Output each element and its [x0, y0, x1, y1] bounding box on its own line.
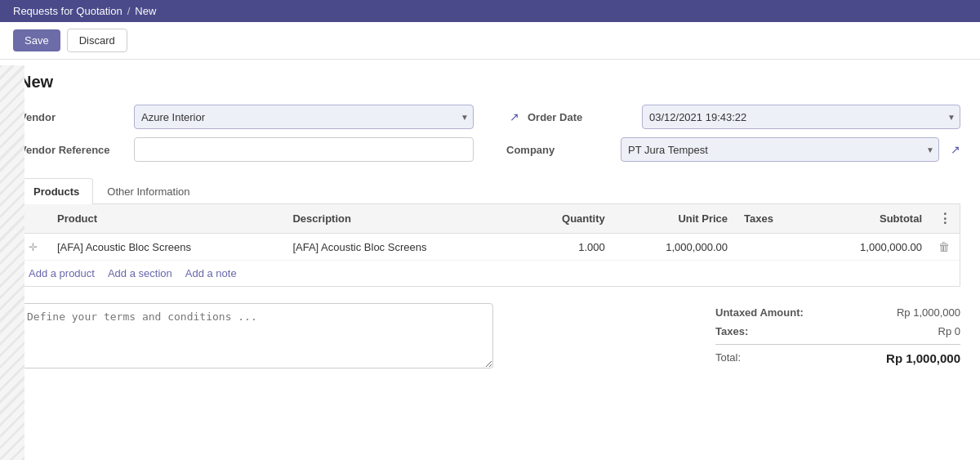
untaxed-amount-row: Untaxed Amount: Rp 1,000,000 [715, 303, 960, 322]
discard-button[interactable]: Discard [67, 29, 127, 52]
main-content: New Vendor Azure Interior ▼ ↗ Order Date… [0, 60, 980, 382]
row-taxes[interactable] [736, 234, 808, 261]
untaxed-amount-label: Untaxed Amount: [715, 306, 804, 319]
order-date-select[interactable]: 03/12/2021 19:43:22 [642, 105, 960, 129]
breadcrumb-root[interactable]: Requests for Quotation [13, 5, 122, 17]
col-options-header[interactable]: ⋮ [930, 204, 960, 234]
add-product-link[interactable]: Add a product [29, 267, 95, 279]
vendor-select[interactable]: Azure Interior [134, 105, 474, 129]
tab-other-information[interactable]: Other Information [93, 178, 203, 204]
order-date-select-wrapper: 03/12/2021 19:43:22 ▼ [642, 105, 960, 129]
vendor-select-wrapper: Azure Interior ▼ [134, 105, 474, 129]
action-bar: Save Discard [0, 22, 980, 60]
total-row: Total: Rp 1,000,000 [715, 348, 960, 368]
company-select-wrapper: PT Jura Tempest ▼ [621, 137, 939, 162]
tab-products[interactable]: Products [20, 178, 93, 204]
taxes-row: Taxes: Rp 0 [715, 322, 960, 341]
row-drag-handle[interactable]: ✛ [20, 234, 49, 261]
top-bar: Requests for Quotation / New [0, 0, 980, 22]
untaxed-amount-value: Rp 1,000,000 [862, 306, 960, 319]
col-quantity-header: Quantity [520, 204, 613, 234]
order-date-label: Order Date [528, 111, 634, 123]
form-fields: Vendor Azure Interior ▼ ↗ Order Date 03/… [20, 105, 960, 162]
add-section-link[interactable]: Add a section [108, 267, 172, 279]
products-table-section: Product Description Quantity Unit Price … [20, 204, 960, 287]
total-label: Total: [715, 351, 741, 365]
row-description[interactable]: [AFA] Acoustic Bloc Screens [284, 234, 519, 261]
row-subtotal: 1,000,000.00 [808, 234, 930, 261]
order-date-link-icon[interactable]: ↗ [510, 110, 519, 123]
breadcrumb-current: New [135, 5, 156, 17]
vendor-ref-group: Vendor Reference [20, 137, 474, 162]
vendor-ref-label: Vendor Reference [20, 144, 126, 156]
col-description-header: Description [284, 204, 519, 234]
company-group: Company PT Jura Tempest ▼ ↗ [506, 137, 960, 162]
row-delete[interactable]: 🗑 [930, 234, 960, 261]
col-subtotal-header: Subtotal [808, 204, 930, 234]
company-label: Company [506, 144, 612, 156]
save-button[interactable]: Save [13, 29, 60, 51]
table-row: ✛ [AFA] Acoustic Bloc Screens [AFA] Acou… [20, 234, 960, 261]
total-value: Rp 1,000,000 [886, 351, 960, 365]
col-product-header: Product [49, 204, 284, 234]
totals-divider [715, 344, 960, 345]
vendor-group: Vendor Azure Interior ▼ [20, 105, 474, 129]
totals: Untaxed Amount: Rp 1,000,000 Taxes: Rp 0… [715, 303, 960, 368]
table-header-row: Product Description Quantity Unit Price … [20, 204, 960, 234]
add-links: Add a product Add a section Add a note [20, 261, 960, 286]
taxes-value: Rp 0 [862, 325, 960, 337]
striped-decoration [0, 65, 24, 382]
terms-textarea[interactable] [20, 303, 493, 368]
bottom-section: Untaxed Amount: Rp 1,000,000 Taxes: Rp 0… [20, 303, 960, 368]
taxes-label: Taxes: [715, 325, 748, 337]
company-select[interactable]: PT Jura Tempest [621, 137, 939, 162]
breadcrumb: Requests for Quotation / New [13, 5, 156, 17]
company-external-link-icon[interactable]: ↗ [951, 143, 960, 156]
col-taxes-header: Taxes [736, 204, 808, 234]
add-note-link[interactable]: Add a note [185, 267, 237, 279]
row-unit-price[interactable]: 1,000,000.00 [613, 234, 736, 261]
vendor-label: Vendor [20, 111, 126, 123]
col-drag [20, 204, 49, 234]
vendor-ref-input[interactable] [134, 137, 474, 162]
tabs: Products Other Information [20, 178, 960, 204]
breadcrumb-separator: / [127, 5, 131, 17]
row-quantity[interactable]: 1.000 [520, 234, 613, 261]
order-date-group: ↗ Order Date 03/12/2021 19:43:22 ▼ [506, 105, 960, 129]
col-unit-price-header: Unit Price [613, 204, 736, 234]
page-title: New [20, 73, 960, 92]
products-table: Product Description Quantity Unit Price … [20, 204, 960, 261]
row-product[interactable]: [AFA] Acoustic Bloc Screens [49, 234, 284, 261]
